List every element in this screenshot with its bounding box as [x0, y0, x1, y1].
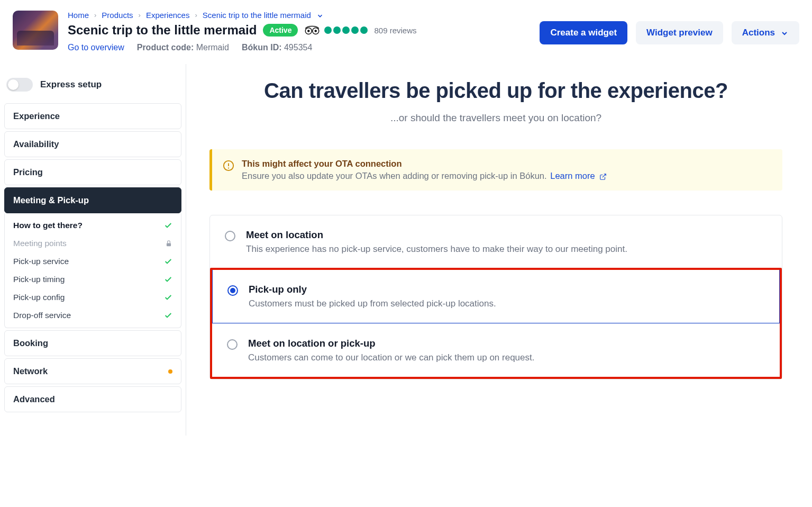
option-title: Meet on location [246, 229, 627, 241]
sidebar-item-label: Network [13, 366, 48, 376]
svg-rect-4 [167, 243, 171, 246]
reviews-count: 809 reviews [374, 26, 416, 35]
alert-content: This might affect your OTA connection En… [242, 159, 607, 181]
bokun-id: Bókun ID: 495354 [242, 43, 312, 52]
check-icon [164, 293, 172, 302]
sub-item-pickup-timing[interactable]: Pick-up timing [5, 270, 181, 288]
alert-text: Ensure you also update your OTAs when ad… [242, 171, 547, 180]
sub-item-dropoff-service[interactable]: Drop-off service [5, 306, 181, 324]
sidebar-item-advanced[interactable]: Advanced [4, 386, 181, 412]
express-setup-row: Express setup [4, 74, 181, 103]
chevron-down-icon[interactable] [316, 11, 324, 20]
chevron-down-icon [780, 28, 789, 38]
sub-item-pickup-service[interactable]: Pick-up service [5, 252, 181, 270]
product-header: Home › Products › Experiences › Scenic t… [0, 0, 812, 64]
status-badge: Active [263, 24, 298, 37]
alert-body: Ensure you also update your OTAs when ad… [242, 171, 607, 181]
widget-preview-button[interactable]: Widget preview [636, 21, 723, 44]
option-meet-or-pickup[interactable]: Meet on location or pick-up Customers ca… [212, 323, 780, 377]
annotation-highlight: Pick-up only Customers must be picked up… [210, 268, 782, 379]
check-icon [164, 275, 172, 284]
option-title: Pick-up only [249, 284, 496, 295]
learn-more-link[interactable]: Learn more [550, 171, 607, 180]
pickup-options: Meet on location This experience has no … [209, 215, 782, 379]
sidebar: Express setup Experience Availability Pr… [0, 64, 186, 436]
svg-point-7 [228, 168, 229, 169]
product-code: Product code: Mermaid [137, 43, 229, 52]
option-title: Meet on location or pick-up [248, 338, 534, 349]
sidebar-item-pricing[interactable]: Pricing [4, 159, 181, 185]
meta-row: Go to overview Product code: Mermaid Bók… [68, 43, 530, 52]
option-description: Customers can come to our location or we… [248, 352, 534, 363]
section-subheading: ...or should the travellers meet you on … [209, 112, 782, 124]
main-content: Can travellers be picked up for the expe… [186, 64, 812, 436]
rating-dots [324, 26, 368, 34]
sidebar-sublist-meeting: How to get there? Meeting points Pick-up… [4, 213, 181, 328]
svg-point-3 [315, 30, 317, 32]
radio-icon [227, 285, 238, 296]
sub-item-label: Drop-off service [13, 311, 71, 320]
sidebar-item-network[interactable]: Network [4, 358, 181, 384]
status-dot-icon [168, 369, 172, 374]
check-icon [164, 257, 172, 266]
tripadvisor-owl-icon [304, 25, 320, 35]
svg-point-2 [307, 30, 310, 32]
header-info: Home › Products › Experiences › Scenic t… [68, 11, 530, 52]
page-title: Scenic trip to the little mermaid [68, 23, 257, 38]
check-icon [164, 311, 172, 320]
radio-icon [225, 231, 235, 241]
sidebar-item-meeting-pickup[interactable]: Meeting & Pick-up [4, 187, 181, 213]
overview-link[interactable]: Go to overview [68, 43, 124, 52]
option-description: This experience has no pick-up service, … [246, 244, 627, 255]
sub-item-label: Pick-up config [13, 293, 65, 302]
sidebar-item-experience[interactable]: Experience [4, 103, 181, 129]
radio-icon [227, 339, 238, 350]
breadcrumb-home[interactable]: Home [68, 11, 89, 20]
product-thumbnail [13, 11, 58, 50]
header-actions: Create a widget Widget preview Actions [540, 11, 799, 44]
lock-icon [165, 240, 172, 247]
breadcrumb: Home › Products › Experiences › Scenic t… [68, 11, 530, 20]
option-pickup-only[interactable]: Pick-up only Customers must be picked up… [212, 270, 780, 323]
sub-item-pickup-config[interactable]: Pick-up config [5, 288, 181, 306]
warning-alert: This might affect your OTA connection En… [209, 149, 782, 191]
create-widget-button[interactable]: Create a widget [540, 21, 627, 44]
option-description: Customers must be picked up from selecte… [249, 298, 496, 309]
sub-item-label: Meeting points [13, 239, 67, 248]
svg-line-8 [603, 174, 606, 177]
actions-menu-button[interactable]: Actions [732, 21, 799, 44]
product-code-value: Mermaid [196, 43, 229, 52]
chevron-right-icon: › [94, 11, 96, 19]
express-setup-toggle[interactable] [6, 78, 33, 92]
actions-menu-label: Actions [742, 28, 775, 38]
breadcrumb-current[interactable]: Scenic trip to the little mermaid [203, 11, 311, 20]
sub-item-label: How to get there? [13, 221, 83, 230]
express-setup-label: Express setup [40, 79, 102, 90]
check-icon [164, 221, 172, 230]
tripadvisor-rating [304, 25, 368, 35]
sub-item-how-to-get-there[interactable]: How to get there? [5, 216, 181, 234]
sidebar-item-availability[interactable]: Availability [4, 131, 181, 157]
bokun-id-value: 495354 [284, 43, 312, 52]
sub-item-label: Pick-up service [13, 257, 69, 266]
section-heading: Can travellers be picked up for the expe… [209, 79, 782, 103]
sidebar-item-booking[interactable]: Booking [4, 330, 181, 356]
option-meet-on-location[interactable]: Meet on location This experience has no … [210, 215, 782, 268]
learn-more-label: Learn more [550, 171, 595, 180]
chevron-right-icon: › [195, 11, 197, 19]
external-link-icon [599, 171, 607, 180]
breadcrumb-products[interactable]: Products [102, 11, 133, 20]
sub-item-label: Pick-up timing [13, 275, 65, 284]
sub-item-meeting-points: Meeting points [5, 234, 181, 252]
chevron-right-icon: › [139, 11, 141, 19]
product-code-label: Product code: [137, 43, 194, 52]
breadcrumb-experiences[interactable]: Experiences [146, 11, 190, 20]
bokun-id-label: Bókun ID: [242, 43, 282, 52]
warning-icon [223, 160, 234, 171]
title-row: Scenic trip to the little mermaid Active [68, 23, 530, 38]
alert-title: This might affect your OTA connection [242, 159, 607, 169]
